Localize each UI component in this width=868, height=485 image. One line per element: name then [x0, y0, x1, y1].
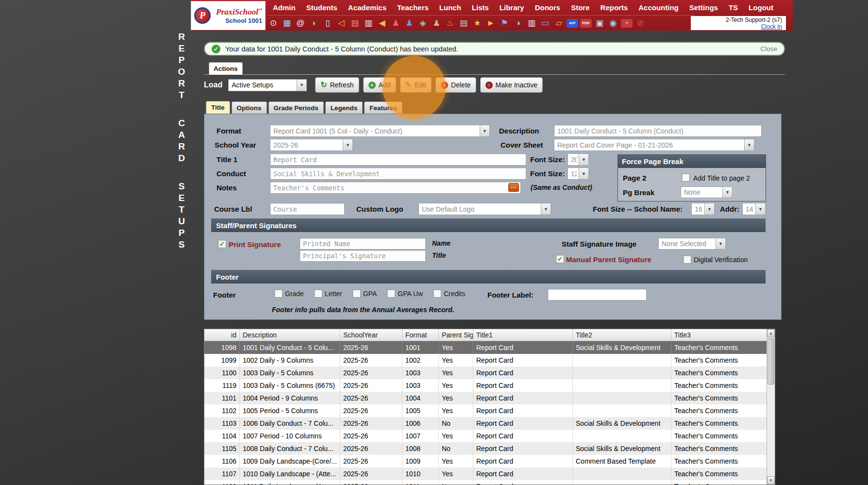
menu-item-library[interactable]: Library	[494, 3, 530, 12]
column-header-title3[interactable]: Title3	[671, 329, 768, 341]
notes-options-button[interactable]	[508, 183, 519, 192]
cover-sheet-select[interactable]: Report Card Cover Page - 01-21-2026	[554, 139, 754, 151]
table-row[interactable]: 11051008 Daily Conduct - 7 Colu...2025-2…	[204, 442, 775, 455]
award-icon[interactable]: ★	[471, 17, 483, 29]
menu-item-lists[interactable]: Lists	[467, 3, 494, 12]
notes-input[interactable]: Teacher's Comments	[270, 182, 521, 194]
menu-item-academics[interactable]: Academics	[343, 3, 392, 12]
table-row[interactable]: 10991002 Daily - 9 Columns2025-261002Yes…	[204, 354, 775, 367]
checkbox[interactable]	[274, 289, 283, 298]
column-header-title1[interactable]: Title1	[473, 329, 573, 341]
lunch-icon[interactable]: ♨	[444, 17, 456, 29]
menu-item-reports[interactable]: Reports	[595, 3, 634, 12]
table-row[interactable]: 11071010 Daily Landscape - (Atte...2025-…	[204, 468, 775, 480]
calendar-icon[interactable]: ▤	[349, 17, 361, 29]
table-row[interactable]: 11041007 Period - 10 Columns2025-261007Y…	[204, 430, 775, 442]
help-icon[interactable]: ?	[621, 19, 633, 28]
column-header-parent-sig[interactable]: Parent Sig	[439, 329, 473, 341]
printed-name-input[interactable]: Printed Name	[300, 238, 426, 250]
calendar-alt-icon[interactable]: ▥	[363, 17, 374, 29]
column-header-description[interactable]: Description	[240, 329, 340, 341]
table-row[interactable]: 11031006 Daily Conduct - 7 Colu...2025-2…	[204, 417, 775, 430]
make-inactive-button[interactable]: ○Make Inactive	[480, 77, 543, 93]
print-icon[interactable]: ▣	[594, 17, 605, 29]
table-row[interactable]: 11191003 Daily - 5 Columns (6675)2025-26…	[204, 379, 775, 392]
send-icon[interactable]: ►	[485, 17, 497, 29]
footer-option-gpa[interactable]: GPA	[352, 289, 377, 298]
school-year-select[interactable]: 2025-26	[270, 139, 353, 151]
menu-item-teachers[interactable]: Teachers	[392, 3, 434, 12]
description-input[interactable]: 1001 Daily Conduct - 5 Column (Conduct)	[554, 125, 762, 137]
course-lbl-input[interactable]: Course	[270, 203, 345, 215]
attendance-flag-icon[interactable]: ⚑	[499, 17, 510, 29]
menu-item-admin[interactable]: Admin	[267, 3, 301, 12]
scroll-thumb[interactable]	[768, 338, 774, 385]
add-title-page2-checkbox[interactable]	[682, 173, 690, 182]
tab-grade-periods[interactable]: Grade Periods	[268, 101, 324, 114]
globe-icon[interactable]: ◉	[607, 17, 619, 29]
menu-item-donors[interactable]: Donors	[530, 3, 566, 12]
print-signature-checkbox[interactable]	[218, 240, 226, 248]
menu-item-ts[interactable]: TS	[723, 3, 743, 12]
checkbox[interactable]	[387, 289, 395, 298]
footer-option-credits[interactable]: Credits	[433, 289, 465, 298]
staff-signature-image-select[interactable]: None Selected	[658, 238, 726, 250]
tab-options[interactable]: Options	[232, 101, 267, 114]
praxischool-logo[interactable]: P PraxiSchool™ School 1001	[191, 1, 266, 30]
conduct-input[interactable]: Social Skills & Development	[270, 167, 526, 180]
clipboard-icon[interactable]: ▤	[458, 17, 469, 29]
report-icon[interactable]: ▥	[526, 17, 537, 29]
tab-title[interactable]: Title	[206, 101, 230, 114]
schedule-grid-icon[interactable]: ▦	[281, 17, 293, 29]
footer-option-grade[interactable]: Grade	[274, 289, 304, 298]
menu-item-students[interactable]: Students	[301, 3, 343, 12]
group-icon[interactable]: ♟	[431, 17, 442, 29]
menu-item-logout[interactable]: Logout	[743, 3, 779, 12]
add-button[interactable]: +Add	[363, 77, 396, 93]
clock-icon[interactable]: ◑	[512, 17, 524, 29]
digital-verification-checkbox[interactable]	[683, 255, 691, 264]
email-icon[interactable]: @	[295, 17, 306, 29]
manual-parent-signature-checkbox[interactable]	[556, 255, 564, 263]
column-header-title2[interactable]: Title2	[573, 329, 671, 341]
refresh-button[interactable]: ↻Refresh	[315, 77, 359, 93]
table-row[interactable]: 11021005 Period - 5 Columns2025-261005Ye…	[204, 404, 775, 417]
menu-item-accounting[interactable]: Accounting	[633, 3, 684, 12]
keyboard-icon[interactable]: ▭	[539, 17, 551, 29]
school-name-font-size-select[interactable]: 16	[691, 203, 715, 215]
pg-break-select[interactable]: None	[681, 186, 733, 198]
tab-legends[interactable]: Legends	[325, 101, 363, 114]
table-row[interactable]: 11001003 Daily - 5 Columns2025-261003Yes…	[204, 367, 775, 379]
ap-icon[interactable]: A/P	[567, 19, 578, 28]
footer-option-gpa-uw[interactable]: GPA Uw	[387, 289, 423, 298]
title1-font-size-select[interactable]: 20	[568, 153, 589, 166]
menu-item-lunch[interactable]: Lunch	[434, 3, 467, 12]
conduct-font-size-select[interactable]: 12	[568, 167, 589, 180]
footer-label-input[interactable]	[548, 289, 647, 301]
addr-font-size-select[interactable]: 14	[742, 203, 766, 215]
menu-item-store[interactable]: Store	[566, 3, 595, 12]
checkbox[interactable]	[352, 289, 361, 298]
folder-icon[interactable]: ▱	[553, 17, 565, 29]
table-row[interactable]: 11081011 Daily Landscape - (Att...2025-2…	[204, 480, 775, 485]
footer-option-letter[interactable]: Letter	[314, 289, 342, 298]
table-scrollbar[interactable]	[767, 329, 775, 485]
scroll-up-button[interactable]	[767, 329, 775, 337]
tab-features[interactable]: Features	[364, 101, 402, 114]
search-icon[interactable]: ⊙	[267, 17, 279, 29]
actions-tab[interactable]: Actions	[209, 62, 243, 75]
column-header-schoolyear[interactable]: SchoolYear	[340, 329, 402, 341]
badge-icon[interactable]: ◈	[417, 17, 429, 29]
mobile-icon[interactable]: ▯	[322, 17, 334, 29]
pdf-icon[interactable]: PDF	[580, 19, 592, 28]
checkbox[interactable]	[433, 289, 441, 298]
custom-logo-select[interactable]: Use Default Logo	[418, 203, 551, 215]
chat-icon[interactable]: ◗	[308, 17, 320, 29]
column-header-format[interactable]: Format	[402, 329, 439, 341]
speaker-icon[interactable]: ◁	[335, 17, 347, 29]
table-row[interactable]: 11061009 Daily Landscape-(Core/...2025-2…	[204, 455, 775, 468]
student-blue-icon[interactable]: ♟	[403, 17, 415, 29]
table-row[interactable]: 10981001 Daily Conduct - 5 Colu...2025-2…	[204, 341, 775, 354]
student-red-icon[interactable]: ♟	[390, 17, 401, 29]
column-header-id[interactable]: id	[204, 329, 240, 341]
